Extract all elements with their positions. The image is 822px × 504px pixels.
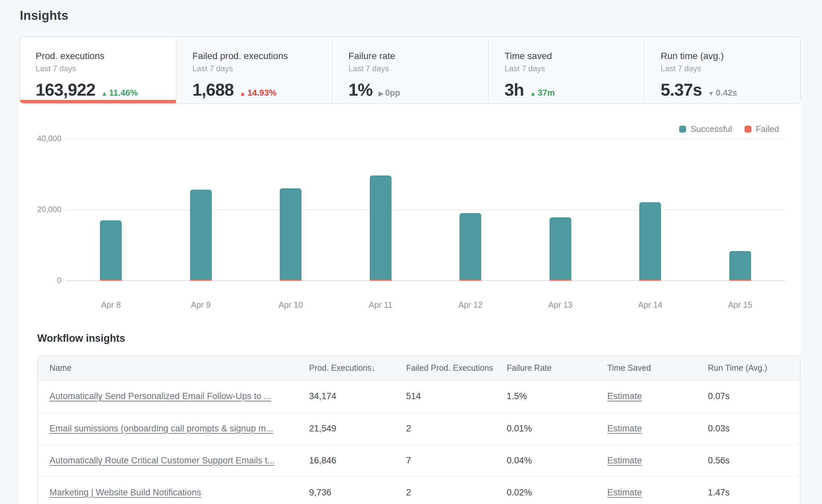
successful-swatch-icon <box>679 126 686 133</box>
trend-up-icon: ▲ <box>240 90 246 97</box>
column-header-prod-executions[interactable]: Prod. Executions↓ <box>309 363 406 373</box>
legend-item-successful[interactable]: Successful <box>679 124 732 134</box>
card-run-time-avg[interactable]: Run time (avg.) Last 7 days 5.37s ▼0.42s <box>644 37 800 103</box>
x-tick: Apr 9 <box>156 300 246 310</box>
trend-down-icon: ▼ <box>708 90 714 97</box>
column-header-failure-rate[interactable]: Failure Rate <box>507 363 607 373</box>
x-tick: Apr 14 <box>605 300 695 310</box>
x-axis-labels: Apr 8 Apr 9 Apr 10 Apr 11 Apr 12 Apr 13 … <box>66 300 785 310</box>
card-value: 1,688 <box>192 80 234 100</box>
failure-rate-value: 0.02% <box>507 488 607 498</box>
bar <box>190 190 212 281</box>
card-period: Last 7 days <box>505 64 644 73</box>
prod-executions-value: 34,174 <box>309 391 406 401</box>
workflow-name-link[interactable]: Marketing | Website Build Notifications <box>49 488 201 497</box>
card-failed-prod-executions[interactable]: Failed prod. executions Last 7 days 1,68… <box>176 37 332 103</box>
bar <box>639 202 661 281</box>
page-title: Insights <box>20 9 68 23</box>
card-period: Last 7 days <box>661 64 800 73</box>
trend-up-icon: ▲ <box>101 90 107 97</box>
estimate-link[interactable]: Estimate <box>607 424 642 433</box>
insights-panel: Prod. executions Last 7 days 163,922 ▲11… <box>19 36 801 504</box>
bar <box>280 188 302 281</box>
card-delta: ▲14.93% <box>240 88 277 98</box>
card-value: 163,922 <box>36 80 95 100</box>
estimate-link[interactable]: Estimate <box>607 456 642 465</box>
legend-label: Successful <box>690 124 732 134</box>
bar <box>370 175 392 281</box>
card-delta: ▶0pp <box>379 88 400 98</box>
bar <box>729 251 751 281</box>
card-label: Run time (avg.) <box>661 51 800 61</box>
summary-cards: Prod. executions Last 7 days 163,922 ▲11… <box>19 36 801 104</box>
y-tick: 40,000 <box>19 134 61 143</box>
run-time-value: 1.47s <box>708 488 800 498</box>
bars-area <box>66 135 785 281</box>
card-failure-rate[interactable]: Failure rate Last 7 days 1% ▶0pp <box>332 37 488 103</box>
failure-rate-value: 1.5% <box>507 391 607 401</box>
card-label: Failed prod. executions <box>192 51 332 61</box>
failed-prod-executions-value: 2 <box>406 488 507 498</box>
card-period: Last 7 days <box>36 64 176 73</box>
bar <box>100 220 122 281</box>
failed-swatch-icon <box>745 126 751 133</box>
x-tick: Apr 13 <box>515 300 605 310</box>
x-tick: Apr 11 <box>336 300 426 310</box>
card-time-saved[interactable]: Time saved Last 7 days 3h ▲37m <box>488 37 644 103</box>
card-value: 3h <box>505 80 524 100</box>
column-header-time-saved[interactable]: Time Saved <box>607 363 708 373</box>
card-label: Failure rate <box>348 51 488 61</box>
y-tick: 20,000 <box>19 205 61 214</box>
estimate-link[interactable]: Estimate <box>607 488 642 497</box>
failure-rate-value: 0.01% <box>507 424 607 434</box>
column-header-failed-prod-executions[interactable]: Failed Prod. Executions <box>406 363 507 373</box>
workflow-name-link[interactable]: Email sumissions (onboarding call prompt… <box>49 424 273 433</box>
sort-desc-icon: ↓ <box>371 364 375 372</box>
prod-executions-value: 9,736 <box>309 488 406 498</box>
card-period: Last 7 days <box>348 64 488 73</box>
workflow-insights-table: Name Prod. Executions↓ Failed Prod. Exec… <box>37 356 801 504</box>
selected-card-indicator <box>20 100 176 103</box>
table-row: Automatically Send Personalized Email Fo… <box>38 380 800 412</box>
workflow-insights-heading: Workflow insights <box>37 333 125 344</box>
estimate-link[interactable]: Estimate <box>607 391 642 401</box>
bar <box>549 217 571 281</box>
failure-rate-value: 0.04% <box>507 456 607 466</box>
table-row: Automatically Route Critical Customer Su… <box>38 444 800 476</box>
legend-item-failed[interactable]: Failed <box>745 124 779 134</box>
table-row: Email sumissions (onboarding call prompt… <box>38 412 800 444</box>
table-row: Marketing | Website Build Notifications … <box>38 476 800 504</box>
trend-up-icon: ▲ <box>530 90 536 97</box>
x-tick: Apr 10 <box>246 300 336 310</box>
run-time-value: 0.56s <box>708 456 800 466</box>
card-period: Last 7 days <box>192 64 332 73</box>
legend-label: Failed <box>756 124 779 134</box>
card-label: Prod. executions <box>36 51 176 61</box>
card-value: 5.37s <box>661 80 702 100</box>
prod-executions-value: 16,846 <box>309 456 406 466</box>
workflow-name-link[interactable]: Automatically Route Critical Customer Su… <box>49 456 275 465</box>
trend-flat-icon: ▶ <box>379 90 384 97</box>
column-header-run-time[interactable]: Run Time (Avg.) <box>708 363 800 373</box>
y-tick: 0 <box>19 276 61 285</box>
card-delta: ▼0.42s <box>708 88 737 98</box>
failed-prod-executions-value: 7 <box>406 456 507 466</box>
column-header-name[interactable]: Name <box>38 363 309 373</box>
x-tick: Apr 12 <box>426 300 515 310</box>
card-delta: ▲11.46% <box>101 88 138 98</box>
card-prod-executions[interactable]: Prod. executions Last 7 days 163,922 ▲11… <box>20 37 176 103</box>
bar <box>459 213 481 281</box>
card-delta: ▲37m <box>530 88 555 98</box>
card-value: 1% <box>348 80 372 100</box>
chart-legend: Successful Failed <box>679 124 779 134</box>
prod-executions-value: 21,549 <box>309 424 406 434</box>
failed-prod-executions-value: 2 <box>406 424 507 434</box>
card-label: Time saved <box>505 51 644 61</box>
workflow-name-link[interactable]: Automatically Send Personalized Email Fo… <box>49 391 271 401</box>
failed-prod-executions-value: 514 <box>406 391 507 401</box>
x-tick: Apr 15 <box>695 300 785 310</box>
run-time-value: 0.03s <box>708 424 800 434</box>
table-header-row: Name Prod. Executions↓ Failed Prod. Exec… <box>38 356 800 380</box>
x-tick: Apr 8 <box>66 300 156 310</box>
run-time-value: 0.07s <box>708 391 800 401</box>
